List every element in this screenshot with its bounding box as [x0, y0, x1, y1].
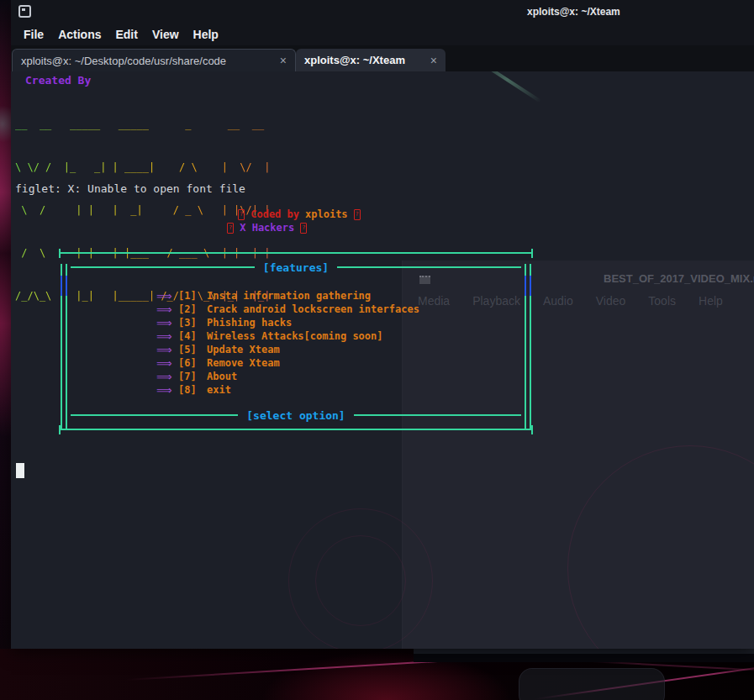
box-header: [features]: [71, 261, 521, 274]
menubar-item-help[interactable]: Help: [187, 26, 224, 43]
ascii-line: __ __ _____ _____ _ __ __: [15, 118, 270, 132]
menu-option-8: ⟹ [8] exit: [156, 383, 419, 397]
menu-option-3: ⟹ [3] Phishing hacks: [156, 316, 419, 329]
background-rounded-shape: [519, 668, 665, 700]
vlc-menu-video: Video: [596, 294, 626, 308]
select-option-label: [select option]: [246, 409, 345, 422]
missing-glyph-icon: ?: [300, 223, 307, 234]
box-left-bar-blue-segment: [61, 276, 62, 296]
wallpaper-streak: [473, 71, 542, 103]
tab-label: xploits@x: ~/Xteam: [304, 54, 405, 66]
vlc-window-title: BEST_OF_2017_VIDEO_MIX.m: [604, 272, 754, 285]
menu-options: ⟹ [1] Insta information gathering ⟹ [2] …: [156, 289, 419, 397]
terminal-cursor: [16, 463, 24, 478]
ascii-line: \ / | | | _| / _ \ | |\/| |: [15, 203, 270, 218]
menubar-item-actions[interactable]: Actions: [52, 26, 107, 43]
features-header-label: [features]: [263, 261, 329, 274]
option-label: Wireless Attacks[coming soon]: [207, 330, 383, 342]
tabbar: xploits@x: ~/Desktop/code/usr/share/code…: [11, 45, 754, 71]
menubar-item-view[interactable]: View: [146, 26, 185, 43]
terminal-app-icon[interactable]: [18, 5, 31, 18]
arrow-icon: ⟹: [156, 357, 178, 370]
created-by-text: Created By: [25, 74, 91, 87]
author-name: xploits: [305, 208, 348, 220]
terminal-content[interactable]: BEST_OF_2017_VIDEO_MIX.m Media Playback …: [11, 71, 754, 649]
arrow-icon: ⟹: [156, 384, 178, 397]
box-outer-bottom-line: [59, 429, 533, 430]
tab-close-icon[interactable]: ×: [273, 54, 287, 67]
team-line: ? X Hackers ?: [227, 222, 307, 234]
missing-glyph-icon: ?: [238, 209, 245, 220]
team-name: X Hackers: [240, 222, 294, 234]
wallpaper-magenta-strip: [0, 0, 12, 437]
option-number: [5]: [178, 344, 207, 355]
wallpaper-circle: [315, 535, 406, 626]
menubar-item-file[interactable]: File: [18, 26, 50, 43]
missing-glyph-icon: ?: [354, 209, 361, 220]
vlc-menu-tools: Tools: [648, 294, 676, 308]
option-label: Remove Xteam: [207, 357, 280, 369]
window-title: xploits@x: ~/Xteam: [527, 6, 620, 18]
vlc-window-bottom-edge: [414, 647, 754, 662]
option-number: [4]: [178, 330, 207, 342]
option-number: [3]: [178, 317, 207, 329]
arrow-icon: ⟹: [156, 303, 178, 316]
option-label: exit: [207, 384, 231, 396]
titlebar[interactable]: xploits@x: ~/Xteam: [11, 0, 754, 24]
option-label: Phishing hacks: [207, 317, 292, 329]
arrow-icon: ⟹: [156, 371, 178, 383]
option-label: Update Xteam: [207, 344, 280, 355]
header-line: [337, 266, 521, 268]
menu-option-2: ⟹ [2] Crack android lockscreen interface…: [156, 303, 419, 316]
menu-option-6: ⟹ [6] Remove Xteam: [156, 356, 419, 370]
box-right-bar-blue-segment: [525, 276, 526, 296]
arrow-icon: ⟹: [156, 344, 178, 356]
vlc-menu-help: Help: [699, 294, 723, 308]
header-line: [71, 266, 255, 268]
terminal-window: xploits@x: ~/Xteam File Actions Edit Vie…: [11, 0, 754, 649]
coded-by-line: ? Coded by xploits ?: [238, 208, 361, 220]
menu-option-1: ⟹ [1] Insta information gathering: [156, 289, 419, 303]
arrow-icon: ⟹: [156, 290, 178, 303]
tab-label: xploits@x: ~/Desktop/code/usr/share/code: [21, 55, 226, 67]
option-number: [8]: [178, 384, 207, 396]
option-number: [7]: [178, 371, 207, 382]
option-number: [1]: [178, 290, 207, 302]
option-number: [6]: [178, 357, 207, 369]
arrow-icon: ⟹: [156, 317, 178, 329]
desktop: xploits@x: ~/Xteam File Actions Edit Vie…: [0, 0, 754, 700]
tab-close-icon[interactable]: ×: [424, 54, 437, 67]
menu-option-4: ⟹ [4] Wireless Attacks[coming soon]: [156, 329, 419, 343]
footer-line: [354, 414, 521, 416]
menubar-item-edit[interactable]: Edit: [109, 26, 143, 43]
box-left-bar-blue-segment: [66, 276, 67, 296]
box-footer: [select option]: [71, 408, 521, 422]
vlc-menu-audio: Audio: [543, 294, 573, 308]
option-label: Crack android lockscreen interfaces: [207, 303, 419, 315]
tab-desktop-code[interactable]: xploits@x: ~/Desktop/code/usr/share/code…: [12, 49, 296, 71]
features-menu-box: [features] ⟹ [1] Insta information gathe…: [59, 250, 533, 435]
box-right-bar-blue-segment: [530, 276, 531, 296]
arrow-icon: ⟹: [156, 330, 178, 343]
menu-option-7: ⟹ [7] About: [156, 370, 419, 383]
tab-xteam[interactable]: xploits@x: ~/Xteam ×: [296, 49, 446, 71]
figlet-error-text: figlet: X: Unable to open font file: [15, 182, 245, 195]
coded-by-label: Coded by: [250, 208, 299, 220]
option-label: Insta information gathering: [207, 290, 371, 302]
box-outer-top-line: [59, 252, 533, 254]
footer-line: [71, 414, 238, 416]
option-label: About: [207, 371, 237, 382]
ascii-line: \ \/ / |_ _| | ____| / \ | \/ |: [15, 161, 270, 175]
menu-option-5: ⟹ [5] Update Xteam: [156, 343, 419, 356]
menubar: File Actions Edit View Help: [11, 24, 754, 45]
missing-glyph-icon: ?: [227, 223, 234, 234]
option-number: [2]: [178, 303, 207, 315]
